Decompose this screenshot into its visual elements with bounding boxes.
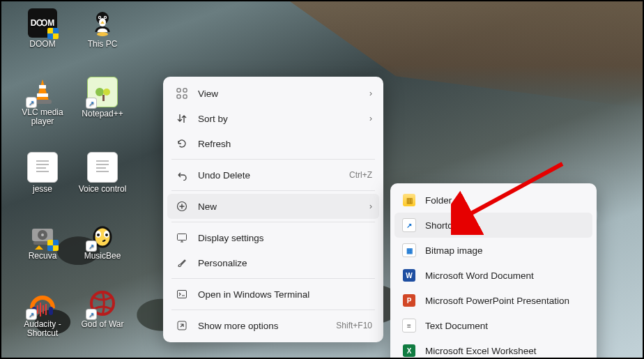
svg-rect-16 xyxy=(36,164,49,165)
chevron-right-icon: › xyxy=(369,201,372,211)
expand-icon xyxy=(174,320,190,331)
icon-label: Recuva xyxy=(17,252,68,261)
text-file-icon: ≡ xyxy=(401,319,417,333)
grid-icon xyxy=(174,88,190,99)
undo-icon xyxy=(174,169,190,181)
menu-label: Sort by xyxy=(198,114,357,124)
bitmap-icon: ▦ xyxy=(401,243,417,257)
menu-label: Personalize xyxy=(198,258,372,268)
submenu-label: Microsoft Word Document xyxy=(425,270,585,281)
icon-label: God of War xyxy=(77,320,128,329)
shortcut-arrow-icon: ↗ xyxy=(86,241,96,251)
doom-icon: DꝎM xyxy=(28,8,57,38)
svg-point-6 xyxy=(105,17,106,18)
menu-separator xyxy=(171,190,375,191)
svg-point-0 xyxy=(97,32,108,36)
svg-point-13 xyxy=(103,89,110,96)
svg-rect-9 xyxy=(39,85,46,89)
excel-icon: X xyxy=(401,344,417,357)
menu-label: Open in Windows Terminal xyxy=(198,289,372,300)
shield-badge-icon xyxy=(47,28,59,39)
menu-item-sortby[interactable]: Sort by › xyxy=(167,106,379,131)
chevron-right-icon: › xyxy=(369,114,372,123)
shortcut-arrow-icon: ↗ xyxy=(86,98,96,108)
menu-label: Refresh xyxy=(198,139,372,149)
desktop-icon-doom[interactable]: DꝎM DOOM xyxy=(17,8,68,49)
svg-rect-14 xyxy=(102,95,105,101)
svg-point-5 xyxy=(99,17,100,18)
icon-label: jesse xyxy=(17,185,68,194)
menu-separator xyxy=(171,310,375,310)
menu-label: Show more options xyxy=(198,321,323,331)
icon-label: MusicBee xyxy=(77,252,128,261)
word-icon: W xyxy=(401,269,417,282)
sort-icon xyxy=(174,113,190,124)
menu-separator xyxy=(171,278,375,279)
folder-icon: ▥ xyxy=(401,194,417,206)
svg-rect-46 xyxy=(178,291,187,298)
brush-icon xyxy=(174,257,190,268)
svg-rect-21 xyxy=(96,167,106,169)
menu-item-open-terminal[interactable]: Open in Windows Terminal xyxy=(167,282,379,307)
submenu-item-text[interactable]: ≡ Text Document xyxy=(394,313,592,338)
desktop-icon-notepadpp[interactable]: ↗ Notepad++ xyxy=(77,77,128,119)
icon-label: DOOM xyxy=(17,40,68,49)
notepadpp-icon: ↗ xyxy=(87,77,118,107)
text-file-icon xyxy=(27,152,58,183)
svg-rect-10 xyxy=(37,93,48,97)
menu-separator xyxy=(171,159,375,160)
chevron-right-icon: › xyxy=(369,89,372,98)
recuva-icon xyxy=(28,220,57,250)
musicbee-icon: ↗ xyxy=(88,220,117,250)
menu-item-refresh[interactable]: Refresh xyxy=(167,131,379,156)
audacity-icon: ↗ xyxy=(28,289,57,318)
desktop-icon-recuva[interactable]: Recuva xyxy=(17,220,68,261)
submenu-label: Shortcut xyxy=(425,220,585,231)
desktop-icon-thispc[interactable]: This PC xyxy=(77,8,128,49)
desktop-icon-voicecontrol[interactable]: Voice control xyxy=(77,152,128,194)
svg-rect-22 xyxy=(96,171,109,172)
submenu-item-shortcut[interactable]: ↗ Shortcut xyxy=(394,213,592,238)
submenu-label: Microsoft PowerPoint Presentation xyxy=(425,296,585,306)
svg-marker-8 xyxy=(36,79,49,100)
powerpoint-icon: P xyxy=(401,294,417,307)
menu-label: Display settings xyxy=(198,233,372,243)
svg-rect-42 xyxy=(177,95,181,98)
desktop-icon-godofwar[interactable]: ↗ God of War xyxy=(77,289,128,329)
desktop-icon-vlc[interactable]: ↗ VLC media player xyxy=(17,77,68,126)
icon-label: Audacity - Shortcut xyxy=(17,320,68,338)
text-file-icon xyxy=(87,152,118,183)
submenu-item-word[interactable]: W Microsoft Word Document xyxy=(394,263,592,288)
menu-label: Undo Delete xyxy=(198,170,337,181)
new-submenu: ▥ Folder ↗ Shortcut ▦ Bitmap image W Mic… xyxy=(390,183,597,359)
shield-badge-icon xyxy=(47,240,59,251)
menu-item-new[interactable]: New › xyxy=(167,194,379,219)
submenu-item-folder[interactable]: ▥ Folder xyxy=(394,188,592,213)
shortcut-arrow-icon: ↗ xyxy=(26,98,36,107)
icon-label: Voice control xyxy=(77,185,128,194)
menu-item-display-settings[interactable]: Display settings xyxy=(167,225,379,250)
desktop-icon-audacity[interactable]: ↗ Audacity - Shortcut xyxy=(17,289,68,338)
shortcut-arrow-icon: ↗ xyxy=(86,310,96,319)
menu-item-undo-delete[interactable]: Undo Delete Ctrl+Z xyxy=(167,162,379,188)
svg-rect-40 xyxy=(177,89,181,92)
submenu-item-powerpoint[interactable]: P Microsoft PowerPoint Presentation xyxy=(394,288,592,313)
svg-rect-43 xyxy=(183,95,187,98)
submenu-item-bitmap[interactable]: ▦ Bitmap image xyxy=(394,238,592,263)
menu-label: View xyxy=(198,89,357,99)
menu-item-view[interactable]: View › xyxy=(167,81,379,106)
menu-item-personalize[interactable]: Personalize xyxy=(167,250,379,275)
svg-rect-15 xyxy=(36,160,49,162)
submenu-label: Microsoft Excel Worksheet xyxy=(425,346,585,356)
desktop-icon-jesse[interactable]: jesse xyxy=(17,152,68,194)
refresh-icon xyxy=(174,138,190,149)
menu-separator xyxy=(171,222,375,222)
icon-label: This PC xyxy=(77,40,128,49)
desktop-icon-musicbee[interactable]: ↗ MusicBee xyxy=(77,220,128,261)
submenu-item-excel[interactable]: X Microsoft Excel Worksheet xyxy=(394,338,592,359)
menu-item-show-more[interactable]: Show more options Shift+F10 xyxy=(167,313,379,338)
context-menu: View › Sort by › Refresh Undo Delete Ctr… xyxy=(163,77,383,342)
svg-rect-41 xyxy=(183,89,187,92)
display-icon xyxy=(174,232,190,243)
vlc-icon: ↗ xyxy=(28,77,57,106)
